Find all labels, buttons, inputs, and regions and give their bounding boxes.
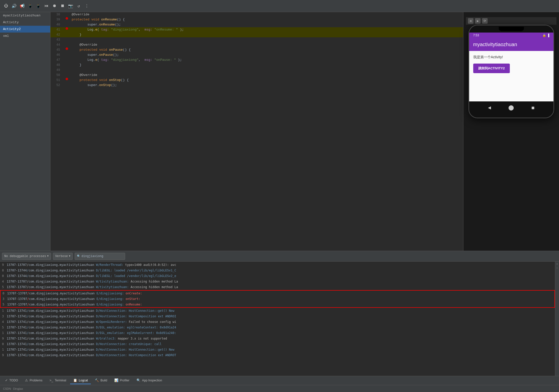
phone-content: 我是第一个Activity! 跳转到ACTIVITY2 — [469, 51, 553, 101]
breakpoint-41[interactable] — [66, 27, 68, 30]
line-content-40: super.onResume(); — [71, 22, 463, 27]
line-content-51: protected void onStop() { — [71, 78, 463, 83]
device-icon1[interactable]: 📱 — [27, 3, 33, 9]
line-content-41: Log.e( tag: "dingjiaxiong", msg: "onResu… — [71, 27, 463, 32]
sidebar-item-activity[interactable]: Activity — [0, 19, 50, 26]
tab-problems-label: Problems — [30, 379, 42, 382]
line-num-52: 52 — [50, 83, 63, 88]
logcat-content[interactable]: 9 13707-13707/com.dingjiaxiong.myactivit… — [0, 262, 555, 376]
line-gutter-45 — [63, 47, 71, 50]
code-line-38: 38 @Override — [50, 12, 463, 17]
line-num-38: 38 — [50, 12, 63, 17]
line-num-45: 45 — [50, 47, 63, 52]
code-line-49: 49 — [50, 68, 463, 73]
power-icon[interactable]: ⏻ — [3, 3, 9, 9]
phone-bottom-space — [469, 114, 553, 118]
log-line-15: 0 13707-13741/com.dingjiaxiong.myactivit… — [0, 341, 555, 347]
breakpoint-39[interactable] — [66, 17, 68, 20]
log-line-9: 1 13707-13741/com.dingjiaxiong.myactivit… — [0, 308, 555, 314]
sound-icon[interactable]: 📢 — [19, 3, 25, 9]
volume-icon[interactable]: 🔊 — [11, 3, 17, 9]
phone-app-title: myactivitytiaozhuan — [473, 42, 517, 47]
sidebar-item-xml[interactable]: xml — [0, 33, 50, 39]
status-csdn-text: CSDN · Dingjiax — [3, 387, 23, 390]
log-line-17: 9 13707-13741/com.dingjiaxiong.myactivit… — [0, 352, 555, 358]
log-line-5: 5 13707-13707/com.dingjiaxiong.myactivit… — [0, 284, 555, 290]
scroll-down-btn[interactable]: − — [556, 267, 558, 270]
tab-logcat[interactable]: 📋 Logcat — [70, 377, 91, 384]
phone-preview-panel: ⚙ ▶ ⟳ 7:53 🔒 ▐ myactivitytiaozhuan 我是第一个… — [463, 12, 559, 251]
build-icon: 🔨 — [95, 378, 99, 382]
line-content-42: } — [71, 32, 463, 37]
more-icon[interactable]: ⋮ — [84, 3, 90, 9]
phone-frame: 7:53 🔒 ▐ myactivitytiaozhuan 我是第一个Activi… — [468, 25, 554, 118]
line-gutter-41 — [63, 27, 71, 30]
level-dropdown-arrow: ▼ — [69, 255, 70, 258]
line-num-39: 39 — [50, 17, 63, 22]
code-line-45: 45 protected void onPause() { — [50, 47, 463, 52]
camera-icon[interactable]: 📷 — [68, 3, 74, 9]
line-num-41: 41 — [50, 27, 63, 32]
scrollbar-right[interactable]: + − — [555, 262, 559, 376]
phone-toolbar-btn2[interactable]: ▶ — [475, 18, 481, 24]
tab-problems[interactable]: ⚠ Problems — [22, 377, 45, 384]
log-line-10: 3 13707-13741/com.dingjiaxiong.myactivit… — [0, 314, 555, 319]
phone-signal-icon: 🔒 — [542, 34, 546, 37]
log-line-1: 9 13707-13707/com.dingjiaxiong.myactivit… — [0, 262, 555, 268]
line-num-48: 48 — [50, 63, 63, 68]
sidebar-item-activity2[interactable]: Activity2 — [0, 26, 50, 33]
sidebar-item-myactivity[interactable]: myactivitytiaozhuan — [0, 12, 50, 19]
device-icon2[interactable]: 📱 — [35, 3, 41, 9]
code-line-48: 48 } — [50, 63, 463, 68]
profiler-icon: 📊 — [114, 378, 118, 382]
tab-profiler[interactable]: 📊 Profiler — [111, 377, 132, 384]
log-line-4: 4 13707-13707/com.dingjiaxiong.myactivit… — [0, 279, 555, 284]
scroll-up-btn[interactable]: + — [556, 263, 558, 266]
phone-notch-area — [469, 25, 553, 33]
line-num-46: 46 — [50, 52, 63, 58]
log-line-2: 8 13707-13744/com.dingjiaxiong.myactivit… — [0, 268, 555, 273]
refresh-icon[interactable]: ↺ — [76, 3, 82, 9]
log-line-14: 9 13707-13741/com.dingjiaxiong.myactivit… — [0, 336, 555, 341]
log-line-16: 1 13707-13741/com.dingjiaxiong.myactivit… — [0, 347, 555, 352]
process-dropdown[interactable]: No debuggable processes ▼ — [2, 253, 51, 260]
record-icon[interactable]: ⏺ — [51, 3, 58, 9]
tab-app-inspection[interactable]: 🔍 App Inspection — [133, 377, 165, 384]
code-editor[interactable]: 38 @Override 39 protected void onResume(… — [50, 12, 463, 251]
line-content-48: } — [71, 63, 463, 68]
code-line-52: 52 super.onStop(); — [50, 83, 463, 88]
line-num-50: 50 — [50, 73, 63, 78]
code-line-41: 41 Log.e( tag: "dingjiaxiong", msg: "onR… — [50, 27, 463, 32]
rewind-icon[interactable]: ⏮ — [43, 3, 49, 9]
tab-terminal[interactable]: >_ Terminal — [46, 377, 69, 384]
code-line-46: 46 super.onPause(); — [50, 52, 463, 58]
tab-build[interactable]: 🔨 Build — [92, 377, 110, 384]
line-content-45: protected void onPause() { — [71, 47, 463, 52]
tab-todo[interactable]: ✓ TODO — [2, 377, 21, 384]
level-dropdown[interactable]: Verbose ▼ — [53, 253, 73, 260]
line-content-46: super.onPause(); — [71, 52, 463, 58]
phone-toolbar-btn1[interactable]: ⚙ — [468, 18, 473, 24]
phone-toolbar-btn3[interactable]: ⟳ — [482, 18, 488, 24]
main-area: myactivitytiaozhuan Activity Activity2 x… — [0, 12, 559, 251]
stop-icon[interactable]: ⏹ — [60, 3, 66, 9]
phone-home-icon[interactable]: ⬤ — [508, 104, 514, 111]
line-content-47: Log.e( tag: "dingjiaxiong", msg: "onPaus… — [71, 58, 463, 63]
code-line-44: 44 @Override — [50, 42, 463, 47]
bottom-tabs: ✓ TODO ⚠ Problems >_ Terminal 📋 Logcat 🔨… — [0, 376, 559, 385]
code-line-47: 47 Log.e( tag: "dingjiaxiong", msg: "onP… — [50, 58, 463, 63]
breakpoint-51[interactable] — [66, 78, 68, 80]
phone-action-button[interactable]: 跳转到ACTIVITY2 — [473, 64, 510, 73]
log-line-8: 5 13707-13707/com.dingjiaxiong.myactivit… — [1, 302, 554, 307]
breakpoint-45[interactable] — [66, 47, 68, 50]
phone-back-icon[interactable]: ◀ — [488, 104, 491, 111]
line-content-50: @Override — [71, 73, 463, 78]
logcat-search-box[interactable]: 🔍 dingjiaxiong — [75, 253, 125, 260]
line-num-44: 44 — [50, 42, 63, 47]
tab-logcat-label: Logcat — [79, 379, 88, 382]
line-num-42: 42 — [50, 32, 63, 37]
process-dropdown-label: No debuggable processes — [4, 255, 46, 258]
phone-recents-icon[interactable]: ◼ — [532, 104, 535, 111]
terminal-icon: >_ — [49, 378, 53, 382]
phone-notch — [499, 27, 524, 31]
